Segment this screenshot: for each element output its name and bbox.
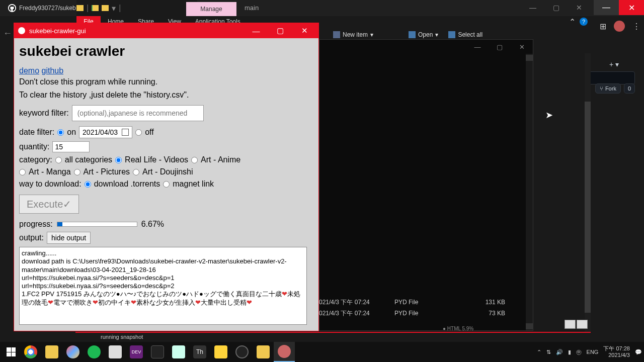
folder-name: main bbox=[245, 4, 259, 12]
taskbar-app-obs[interactable] bbox=[231, 342, 253, 362]
taskbar-app-explorer2[interactable] bbox=[253, 342, 274, 362]
info-text: Don't close this program while running. bbox=[19, 76, 313, 87]
manage-tab[interactable]: Manage bbox=[186, 2, 236, 16]
new-item-icon bbox=[333, 31, 340, 38]
help-icon[interactable]: ? bbox=[580, 18, 588, 26]
edge-window-controls: — ✕ bbox=[594, 0, 644, 15]
info-text: To clear the history ,just delete the "h… bbox=[19, 89, 313, 101]
cat-anime-radio[interactable] bbox=[191, 157, 198, 163]
taskbar-app-chrome[interactable] bbox=[20, 342, 41, 362]
edge-toolbar-right: ⊞ ⋮ bbox=[596, 19, 644, 33]
progress-percent: 6.67% bbox=[141, 220, 164, 229]
fork-button[interactable]: ⑂ Fork bbox=[595, 83, 621, 94]
output-label: output: bbox=[19, 233, 44, 242]
cursor-icon: ➤ bbox=[545, 110, 552, 120]
calendar-icon[interactable] bbox=[122, 129, 129, 136]
category-label: category: bbox=[19, 155, 52, 164]
status-bar: running snapshot bbox=[75, 332, 591, 341]
quantity-input[interactable] bbox=[52, 141, 90, 152]
hide-output-button[interactable]: hide output bbox=[47, 232, 91, 244]
taskbar-app-python[interactable] bbox=[210, 342, 231, 362]
date-input[interactable]: 2021/04/03 bbox=[79, 126, 132, 138]
system-tray: ⌃ ⇅ 🔊 ▮ ㊥ ENG 下午 07:28 2021/4/3 💬 bbox=[537, 342, 642, 362]
plus-icon[interactable]: + ▾ bbox=[609, 60, 619, 68]
keyword-label: keyword filter: bbox=[19, 109, 69, 118]
back-arrow-icon[interactable]: ← bbox=[3, 28, 12, 39]
file-row[interactable]: 021/4/3 下午 07:24 PYD File 73 KB bbox=[319, 308, 530, 319]
open-button[interactable]: Open▾ bbox=[409, 31, 438, 38]
network-icon[interactable]: ⇅ bbox=[546, 349, 551, 355]
folder-icon[interactable] bbox=[102, 5, 109, 11]
maximize-button[interactable]: ▢ bbox=[270, 23, 290, 38]
clock[interactable]: 下午 07:28 2021/4/3 bbox=[603, 345, 630, 358]
taskbar-app-explorer[interactable] bbox=[41, 342, 62, 362]
date-off-radio[interactable] bbox=[135, 129, 142, 136]
language-badge: ● HTML 5.9% bbox=[443, 326, 473, 331]
fork-count: 0 bbox=[624, 83, 635, 94]
folder-check-icon[interactable] bbox=[92, 5, 99, 11]
ribbon-chevron-icon[interactable]: ⌃ bbox=[569, 17, 576, 27]
github-search[interactable] bbox=[585, 71, 635, 84]
page-scrollbar[interactable] bbox=[585, 53, 591, 332]
minimize-button[interactable]: — bbox=[521, 0, 544, 15]
cat-manga-radio[interactable] bbox=[19, 169, 26, 175]
select-all-button[interactable]: Select all bbox=[448, 31, 482, 38]
dl-magnet-radio[interactable] bbox=[163, 181, 170, 188]
details-view-button[interactable] bbox=[565, 320, 576, 329]
download-label: way to download: bbox=[19, 179, 82, 189]
close-button[interactable]: ✕ bbox=[619, 0, 644, 15]
cat-all-radio[interactable] bbox=[55, 157, 62, 163]
minimize-button[interactable]: — bbox=[466, 40, 489, 54]
cat-pictures-radio[interactable] bbox=[74, 169, 80, 175]
language-indicator[interactable]: ENG bbox=[587, 349, 599, 355]
terminal-window: — ▢ ✕ bbox=[319, 39, 533, 331]
select-all-icon bbox=[448, 31, 455, 38]
taskbar-app-mail[interactable] bbox=[105, 342, 126, 362]
taskbar-app-dev[interactable]: DEV bbox=[126, 342, 147, 362]
close-button[interactable]: ✕ bbox=[511, 40, 533, 54]
volume-icon[interactable]: 🔊 bbox=[556, 349, 563, 355]
date-on-radio[interactable] bbox=[57, 129, 64, 136]
taskbar-app-crawler[interactable] bbox=[274, 342, 295, 362]
crawler-titlebar[interactable]: sukebei-crawler-gui — ▢ ✕ bbox=[14, 23, 318, 38]
icons-view-button[interactable] bbox=[577, 320, 588, 329]
tab-title: Freddy930727/sukeb bbox=[19, 5, 76, 12]
progress-bar bbox=[57, 222, 137, 227]
close-button[interactable]: ✕ bbox=[294, 23, 314, 38]
taskbar-app-notepadpp[interactable] bbox=[168, 342, 189, 362]
tray-chevron-icon[interactable]: ⌃ bbox=[537, 349, 541, 355]
quantity-label: quantity: bbox=[19, 142, 49, 151]
start-button[interactable] bbox=[2, 343, 20, 361]
folder-icon bbox=[76, 5, 84, 11]
input-icon[interactable]: ㊥ bbox=[576, 348, 582, 356]
taskbar-app-th[interactable]: Th bbox=[189, 342, 210, 362]
demo-link[interactable]: demo bbox=[19, 66, 39, 75]
taskbar-app-paint[interactable] bbox=[62, 342, 84, 362]
taskbar-app-spotify[interactable] bbox=[84, 342, 105, 362]
browser-tab[interactable]: Freddy930727/sukeb bbox=[4, 4, 80, 12]
scrollbar[interactable] bbox=[526, 54, 533, 330]
dl-torrents-radio[interactable] bbox=[85, 181, 91, 188]
date-label: date filter: bbox=[19, 128, 54, 137]
new-item-button[interactable]: New item▾ bbox=[333, 31, 373, 38]
maximize-button[interactable]: ▢ bbox=[489, 40, 511, 54]
explorer-qat: | ▾ | bbox=[76, 0, 197, 16]
file-row[interactable]: 021/4/3 下午 07:24 PYD File 131 KB bbox=[319, 297, 530, 308]
minimize-button[interactable]: — bbox=[594, 0, 619, 15]
github-link[interactable]: github bbox=[41, 66, 63, 75]
keyword-input[interactable] bbox=[72, 105, 204, 121]
output-textarea[interactable]: crawling...... download path is C:\Users… bbox=[19, 247, 307, 325]
minimize-button[interactable]: — bbox=[246, 23, 266, 38]
close-button[interactable]: ✕ bbox=[568, 0, 591, 15]
page-title: sukebei crawler bbox=[19, 43, 313, 59]
execute-button[interactable]: Execute✓ bbox=[19, 195, 79, 214]
avatar[interactable] bbox=[614, 21, 625, 32]
menu-icon[interactable]: ⋮ bbox=[632, 22, 640, 31]
cat-doujin-radio[interactable] bbox=[133, 169, 139, 175]
maximize-button[interactable]: ▢ bbox=[544, 0, 568, 15]
battery-icon[interactable]: ▮ bbox=[568, 349, 571, 355]
collections-icon[interactable]: ⊞ bbox=[600, 22, 606, 31]
cat-real-radio[interactable] bbox=[115, 157, 122, 163]
taskbar-app-terminal[interactable] bbox=[147, 342, 168, 362]
notifications-icon[interactable]: 💬 bbox=[635, 349, 642, 355]
